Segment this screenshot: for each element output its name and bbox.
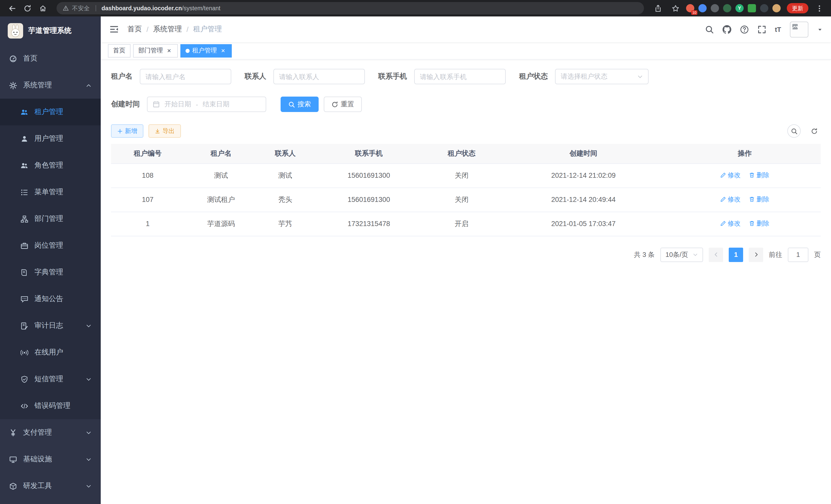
sidebar-item-notice[interactable]: 通知公告: [0, 286, 101, 313]
tenant-status-select[interactable]: 请选择租户状态: [555, 69, 649, 84]
caret-down-icon[interactable]: [817, 26, 823, 32]
breadcrumb-item[interactable]: 首页: [127, 25, 142, 34]
sidebar-item-infra[interactable]: 基础设施: [0, 446, 101, 473]
tenant-page: 租户名 联系人 联系手机 租户状态: [101, 60, 831, 504]
status-label: 租户状态: [519, 72, 548, 81]
sidebar-item-tools[interactable]: 研发工具: [0, 473, 101, 499]
browser-update-button[interactable]: 更新: [787, 3, 808, 13]
browser-menu-icon[interactable]: [812, 2, 826, 15]
profile-avatar[interactable]: [772, 4, 781, 12]
search-icon[interactable]: [705, 25, 714, 34]
bookmark-star-icon[interactable]: [668, 2, 682, 15]
delete-button[interactable]: 删除: [749, 219, 769, 228]
reset-button[interactable]: 重置: [324, 97, 362, 112]
extension-green-circle[interactable]: Y: [736, 4, 744, 12]
browser-refresh-button[interactable]: [21, 2, 34, 15]
column-header: 联系人: [258, 144, 313, 164]
edit-button[interactable]: 修改: [720, 219, 741, 228]
sidebar-item-online[interactable]: 在线用户: [0, 339, 101, 366]
extension-red-dots[interactable]: 10: [686, 4, 694, 12]
sidebar-item-pay[interactable]: 支付管理: [0, 419, 101, 446]
extension-badge: 10: [691, 10, 697, 15]
refresh-icon: [332, 101, 338, 108]
extension-dark-sphere[interactable]: [711, 4, 719, 12]
sidebar-item-errcode[interactable]: 错误码管理: [0, 392, 101, 419]
delete-button[interactable]: 删除: [749, 195, 769, 204]
sidebar-item-label: 支付管理: [23, 428, 80, 437]
sidebar-item-tenant[interactable]: 租户管理: [0, 99, 101, 125]
browser-home-button[interactable]: [36, 2, 49, 15]
sidebar-item-user[interactable]: 用户管理: [0, 125, 101, 152]
cell-tenant-name: 芋道源码: [184, 212, 257, 236]
warning-icon: [63, 5, 69, 11]
sidebar-item-log[interactable]: 审计日志: [0, 313, 101, 339]
sidebar-item-system[interactable]: 系统管理: [0, 72, 101, 99]
table-header-row: 租户编号租户名联系人联系手机租户状态创建时间操作: [111, 144, 821, 164]
tab-dept[interactable]: 部门管理×: [133, 44, 178, 57]
contact-input[interactable]: [274, 69, 365, 84]
sidebar: 芋道管理系统 首页系统管理租户管理用户管理角色管理菜单管理部门管理岗位管理字典管…: [0, 17, 101, 504]
close-tab-icon[interactable]: ×: [220, 47, 227, 54]
column-header: 创建时间: [498, 144, 668, 164]
sidebar-item-sms[interactable]: 短信管理: [0, 366, 101, 392]
browser-address-bar[interactable]: 不安全 dashboard.yudao.iocoder.cn/system/te…: [57, 2, 644, 14]
goto-page-input[interactable]: [788, 247, 808, 262]
tenant-name-input[interactable]: [140, 69, 231, 84]
prev-page-button[interactable]: [709, 247, 723, 262]
avatar[interactable]: [790, 21, 808, 37]
sidebar-item-menu[interactable]: 菜单管理: [0, 179, 101, 206]
sidebar-item-dept[interactable]: 部门管理: [0, 206, 101, 232]
table-row: 1芋道源码芋艿17321315478开启2021-01-05 17:03:47修…: [111, 212, 821, 236]
sidebar-item-label: 角色管理: [34, 161, 91, 170]
sidebar-item-label: 菜单管理: [34, 187, 91, 197]
search-button[interactable]: 搜索: [281, 97, 319, 112]
extension-dark-green[interactable]: [723, 4, 731, 12]
page-unit-label: 页: [814, 250, 821, 259]
app-logo[interactable]: 芋道管理系统: [0, 17, 101, 45]
url-text: dashboard.yudao.iocoder.cn/system/tenant: [102, 5, 221, 11]
next-page-button[interactable]: [749, 247, 763, 262]
tab-home[interactable]: 首页: [108, 44, 131, 57]
cell-tenant-id: 108: [111, 164, 184, 187]
breadcrumb-item[interactable]: 系统管理: [153, 25, 182, 34]
code-icon: [21, 402, 28, 410]
export-button[interactable]: 导出: [148, 124, 181, 138]
toggle-search-button[interactable]: [787, 124, 801, 138]
browser-actions: 10Y 更新: [651, 2, 826, 15]
sidebar-item-label: 在线用户: [34, 348, 91, 357]
refresh-table-button[interactable]: [807, 124, 821, 138]
page-size-select[interactable]: 10条/页: [660, 247, 703, 262]
extension-blue-drop[interactable]: [698, 4, 707, 12]
create-time-range-picker[interactable]: 开始日期 - 结束日期: [147, 97, 266, 112]
page-number-button[interactable]: 1: [729, 247, 743, 262]
extension-green-square[interactable]: [748, 4, 756, 12]
delete-button[interactable]: 删除: [749, 171, 769, 180]
sidebar-item-role[interactable]: 角色管理: [0, 152, 101, 179]
date-range-separator: -: [196, 100, 198, 108]
fullscreen-icon[interactable]: [757, 25, 766, 34]
chevron-down-icon: [637, 74, 643, 79]
pagination: 共 3 条 10条/页 1 前往 页: [111, 247, 821, 262]
share-icon[interactable]: [651, 2, 664, 15]
broken-image-icon: [792, 23, 799, 30]
extension-dark-plug[interactable]: [760, 4, 768, 12]
close-tab-icon[interactable]: ×: [166, 47, 173, 54]
docs-help-icon[interactable]: [740, 25, 748, 34]
sidebar-item-dict[interactable]: 字典管理: [0, 259, 101, 286]
tab-label: 部门管理: [138, 46, 163, 55]
edit-button[interactable]: 修改: [720, 171, 741, 180]
sidebar-item-post[interactable]: 岗位管理: [0, 232, 101, 259]
tab-tenant[interactable]: 租户管理×: [180, 44, 232, 57]
cell-contact: 测试: [258, 164, 313, 187]
sidebar-item-home[interactable]: 首页: [0, 45, 101, 72]
edit-button[interactable]: 修改: [720, 195, 741, 204]
font-size-icon[interactable]: tT: [775, 25, 781, 33]
add-button[interactable]: 新增: [111, 124, 143, 138]
cell-tenant-id: 107: [111, 187, 184, 212]
github-icon[interactable]: [722, 25, 731, 34]
phone-input[interactable]: [414, 69, 506, 84]
sidebar-toggle-button[interactable]: [109, 24, 119, 34]
browser-back-button[interactable]: [5, 2, 19, 15]
column-header: 操作: [668, 144, 821, 164]
contact-label: 联系人: [245, 72, 266, 81]
